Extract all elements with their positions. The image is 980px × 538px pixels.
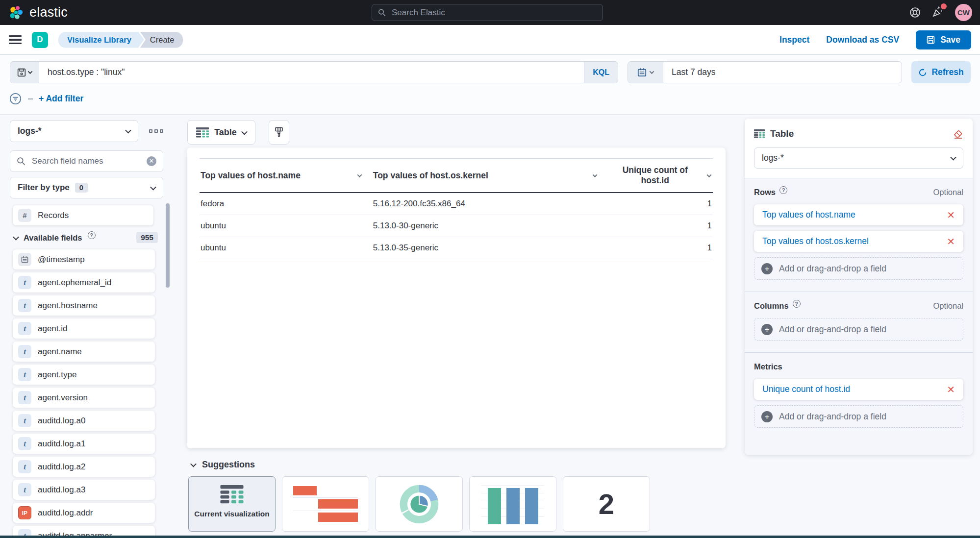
available-fields-header[interactable]: Available fields ? 955 — [14, 232, 165, 243]
suggestion-donut[interactable] — [376, 476, 463, 532]
remove-dimension-icon[interactable]: ✕ — [947, 385, 955, 394]
field-item[interactable]: t agent.version — [13, 388, 155, 408]
brand-wordmark: elastic — [29, 5, 68, 20]
donut-chart-icon — [397, 482, 442, 527]
suggestion-metric[interactable]: 2 — [563, 476, 650, 532]
column-header-host-name[interactable]: Top values of host.name — [200, 159, 372, 193]
chart-type-button[interactable]: Table — [187, 120, 255, 145]
dimension-label: Top values of host.name — [762, 210, 855, 220]
add-filter-link[interactable]: + Add filter — [39, 94, 83, 104]
ip-field-icon: IP — [18, 506, 31, 519]
field-item[interactable]: IP auditd.log.addr — [13, 503, 155, 523]
field-item[interactable]: t auditd.log.a2 — [13, 457, 155, 477]
chart-switcher-row: Table — [187, 120, 289, 145]
elastic-brand[interactable]: elastic — [9, 5, 68, 20]
filter-icon[interactable] — [9, 92, 22, 105]
time-quick-menu-button[interactable] — [628, 62, 663, 83]
metrics-label: Metrics — [754, 362, 782, 371]
dimension-top-values-os-kernel[interactable]: Top values of host.os.kernel ✕ — [754, 231, 963, 252]
chevron-down-icon — [28, 69, 33, 74]
global-search-input[interactable] — [391, 7, 597, 18]
chevron-down-icon — [190, 461, 197, 467]
clear-search-icon[interactable]: ✕ — [147, 156, 156, 166]
inspect-link[interactable]: Inspect — [779, 35, 809, 45]
field-item[interactable]: t agent.name — [13, 342, 155, 362]
query-bar-area: KQL Last 7 days Refresh — [0, 55, 980, 115]
query-language-button[interactable]: KQL — [584, 62, 618, 83]
global-search[interactable] — [372, 4, 603, 21]
layer-index-pattern-select[interactable]: logs-* — [754, 147, 963, 169]
field-item-records[interactable]: # Records — [13, 205, 153, 225]
field-label: @timestamp — [38, 255, 85, 265]
newsfeed-button[interactable] — [932, 5, 944, 20]
field-item[interactable]: t auditd.log.a0 — [13, 411, 155, 431]
remove-dimension-icon[interactable]: ✕ — [947, 210, 955, 220]
field-label: agent.id — [38, 324, 68, 334]
saved-query-menu-button[interactable] — [10, 62, 39, 83]
query-input[interactable] — [39, 62, 584, 83]
visual-options-button[interactable] — [269, 120, 289, 145]
string-field-icon: t — [18, 414, 31, 427]
filter-by-type-label: Filter by type — [18, 183, 70, 193]
add-field-label: Add or drag-and-drop a field — [779, 324, 886, 335]
field-item[interactable]: t agent.hostname — [13, 295, 155, 316]
download-csv-link[interactable]: Download as CSV — [826, 35, 899, 45]
help-question-icon: ? — [779, 186, 787, 194]
header-actions: CW — [909, 0, 972, 25]
time-range-value[interactable]: Last 7 days — [663, 62, 724, 83]
notification-dot — [941, 3, 947, 9]
plus-icon: + — [761, 324, 773, 335]
index-pattern-select[interactable]: logs-* — [10, 120, 138, 142]
field-item[interactable]: t auditd.log.a3 — [13, 480, 155, 500]
field-label: agent.ephemeral_id — [38, 278, 111, 288]
dimension-top-values-host-name[interactable]: Top values of host.name ✕ — [754, 204, 963, 225]
field-item[interactable]: @timestamp — [13, 249, 155, 269]
column-header-unique-count[interactable]: Unique count of host.id — [607, 159, 713, 193]
suggestions-header[interactable]: Suggestions — [191, 460, 255, 470]
refresh-button-label: Refresh — [931, 67, 963, 77]
current-visualization-label: Current visualization — [194, 510, 269, 518]
help-lifebuoy-icon[interactable] — [909, 6, 921, 19]
plus-icon: + — [761, 263, 773, 274]
results-table: Top values of host.name Top values of ho… — [200, 158, 713, 259]
string-field-icon: t — [18, 299, 31, 312]
menu-hamburger-icon[interactable] — [9, 35, 22, 44]
space-badge[interactable]: D — [32, 32, 48, 48]
index-options-button[interactable] — [146, 126, 166, 136]
suggestion-current-visualization[interactable]: Current visualization — [188, 476, 276, 532]
save-button-label: Save — [940, 35, 960, 45]
table-chart-icon — [220, 485, 244, 504]
suggestion-bar-horizontal[interactable] — [282, 476, 369, 532]
field-item[interactable]: t auditd.log.a1 — [13, 434, 155, 454]
field-search-input[interactable] — [31, 156, 141, 167]
layer-config-panel: Table logs-* Rows ? Optiona — [745, 119, 973, 455]
dimension-label: Unique count of host.id — [762, 384, 850, 394]
table-row[interactable]: ubuntu 5.13.0-35-generic 1 — [200, 237, 713, 259]
suggestion-bar-vertical[interactable] — [469, 476, 556, 532]
add-metric-field-dropzone[interactable]: + Add or drag-and-drop a field — [754, 405, 963, 428]
remove-dimension-icon[interactable]: ✕ — [947, 237, 955, 246]
save-button[interactable]: Save — [916, 30, 971, 49]
column-header-os-kernel[interactable]: Top values of host.os.kernel — [372, 159, 608, 193]
chevron-down-icon — [593, 172, 598, 177]
field-item[interactable]: t agent.id — [13, 318, 155, 339]
rows-section: Rows ? Optional Top values of host.name … — [745, 178, 973, 292]
field-item[interactable]: t agent.type — [13, 365, 155, 385]
filter-by-type-button[interactable]: Filter by type 0 — [10, 177, 163, 198]
table-row[interactable]: ubuntu 5.13.0-30-generic 1 — [200, 215, 713, 237]
scrollbar-thumb[interactable] — [166, 203, 170, 288]
visualization-workspace: Top values of host.name Top values of ho… — [187, 147, 726, 448]
refresh-button[interactable]: Refresh — [911, 61, 971, 83]
field-item[interactable]: t agent.ephemeral_id — [13, 272, 155, 293]
add-row-field-dropzone[interactable]: + Add or drag-and-drop a field — [754, 257, 963, 280]
clear-layer-button[interactable] — [953, 128, 963, 139]
field-search-box: ✕ — [10, 150, 163, 172]
filter-count-badge: 0 — [75, 183, 88, 193]
dimension-unique-count-host-id[interactable]: Unique count of host.id ✕ — [754, 379, 963, 400]
columns-section: Columns ? Optional + Add or drag-and-dro… — [745, 292, 973, 353]
user-avatar[interactable]: CW — [955, 4, 972, 21]
table-row[interactable]: fedora 5.16.12-200.fc35.x86_64 1 — [200, 193, 713, 215]
add-column-field-dropzone[interactable]: + Add or drag-and-drop a field — [754, 318, 963, 341]
breadcrumb-visualize-library[interactable]: Visualize Library — [58, 32, 144, 48]
chevron-down-icon — [950, 154, 956, 161]
